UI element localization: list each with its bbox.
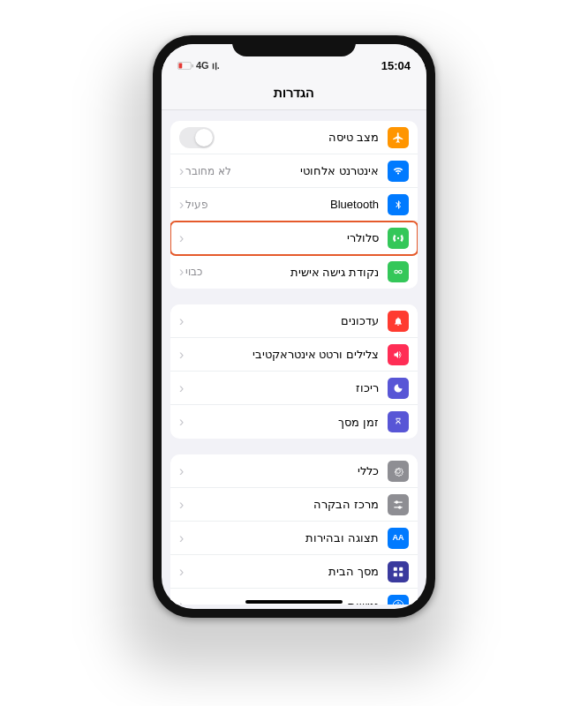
- sliders-icon: [388, 494, 409, 515]
- chevron-icon: ›: [179, 463, 184, 479]
- row-home-screen[interactable]: מסך הבית ›: [170, 555, 418, 589]
- wifi-label: אינטרנט אלחוטי: [237, 164, 379, 177]
- home-indicator[interactable]: [245, 600, 343, 604]
- battery-icon: [177, 62, 193, 70]
- network-label: 4G: [196, 60, 209, 71]
- cellular-icon: [388, 228, 409, 249]
- bluetooth-value: פעיל: [185, 199, 208, 211]
- chevron-icon: ›: [179, 380, 184, 396]
- chevron-icon: ›: [179, 313, 184, 329]
- svg-rect-10: [394, 567, 397, 570]
- bluetooth-label: Bluetooth: [214, 198, 379, 211]
- gear-icon: [388, 461, 409, 482]
- row-airplane[interactable]: מצב טיסה: [170, 121, 418, 154]
- grid-icon: [388, 561, 409, 582]
- control-label: מרכז הבקרה: [185, 498, 379, 511]
- chevron-icon: ›: [179, 414, 184, 430]
- svg-rect-11: [399, 567, 403, 570]
- airplane-icon: [388, 127, 409, 148]
- cellular-label: סלולרי: [185, 231, 379, 244]
- row-notifications[interactable]: עדכונים ›: [170, 304, 418, 338]
- row-wifi[interactable]: אינטרנט אלחוטי לא מחובר ›: [170, 154, 418, 188]
- row-focus[interactable]: ריכוז ›: [170, 372, 418, 405]
- svg-rect-12: [394, 573, 397, 576]
- accessibility-icon: [388, 595, 409, 605]
- hourglass-icon: [388, 411, 409, 432]
- airplane-toggle[interactable]: [179, 127, 215, 148]
- speaker-icon: [388, 344, 409, 365]
- screen: 4G ׀ו. 15:04 הגדרות מצב טיסה: [162, 44, 426, 609]
- svg-rect-2: [192, 64, 194, 67]
- sounds-label: צלילים ורטט אינטראקטיבי: [185, 348, 379, 361]
- bluetooth-icon: [388, 194, 409, 215]
- home-label: מסך הבית: [185, 565, 379, 578]
- chevron-icon: ›: [179, 163, 184, 179]
- row-cellular[interactable]: סלולרי ›: [170, 222, 418, 255]
- wifi-value: לא מחובר: [185, 165, 230, 177]
- row-control-center[interactable]: מרכז הבקרה ›: [170, 488, 418, 522]
- group-connectivity: מצב טיסה אינטרנט אלחוטי לא מחובר › Bluet…: [170, 121, 418, 289]
- row-general[interactable]: כללי ›: [170, 454, 418, 488]
- row-screentime[interactable]: זמן מסך ›: [170, 405, 418, 439]
- row-display[interactable]: AA תצוגה ובהירות ›: [170, 522, 418, 555]
- chevron-icon: ›: [179, 530, 184, 546]
- row-sounds[interactable]: צלילים ורטט אינטראקטיבי ›: [170, 338, 418, 372]
- chevron-icon: ›: [179, 197, 184, 213]
- moon-icon: [388, 378, 409, 399]
- chevron-icon: ›: [179, 347, 184, 363]
- chevron-icon: ›: [179, 497, 184, 513]
- svg-point-3: [395, 270, 398, 274]
- svg-rect-1: [179, 63, 183, 68]
- svg-point-15: [397, 602, 399, 604]
- chevron-icon: ›: [179, 597, 184, 605]
- group-alerts: עדכונים › צלילים ורטט אינטראקטיבי › ריכו…: [170, 304, 418, 439]
- group-general: כללי › מרכז הבקרה › AA תצוגה ובהירות ›: [170, 454, 418, 605]
- svg-point-4: [399, 270, 403, 274]
- general-label: כללי: [185, 464, 379, 477]
- display-label: תצוגה ובהירות: [185, 531, 379, 545]
- svg-rect-13: [399, 573, 403, 576]
- wifi-icon: [388, 161, 409, 182]
- focus-label: ריכוז: [185, 381, 379, 394]
- signal-icon: ׀ו.: [212, 60, 220, 71]
- phone-frame: 4G ׀ו. 15:04 הגדרות מצב טיסה: [153, 35, 435, 618]
- notifications-label: עדכונים: [185, 314, 379, 327]
- hotspot-value: כבוי: [185, 266, 202, 278]
- row-hotspot[interactable]: נקודת גישה אישית כבוי ›: [170, 255, 418, 289]
- chevron-icon: ›: [179, 230, 184, 246]
- hotspot-icon: [388, 261, 409, 282]
- bell-icon: [388, 311, 409, 332]
- airplane-label: מצב טיסה: [216, 131, 379, 144]
- row-bluetooth[interactable]: Bluetooth פעיל ›: [170, 188, 418, 222]
- notch: [232, 35, 356, 56]
- svg-point-7: [396, 500, 397, 502]
- chevron-icon: ›: [179, 264, 184, 280]
- chevron-icon: ›: [179, 564, 184, 580]
- screentime-label: זמן מסך: [185, 416, 379, 429]
- hotspot-label: נקודת גישה אישית: [207, 266, 379, 279]
- page-title: הגדרות: [162, 79, 426, 110]
- settings-list[interactable]: מצב טיסה אינטרנט אלחוטי לא מחובר › Bluet…: [162, 110, 426, 605]
- text-size-icon: AA: [388, 528, 409, 549]
- svg-point-9: [399, 506, 401, 507]
- clock: 15:04: [381, 59, 411, 72]
